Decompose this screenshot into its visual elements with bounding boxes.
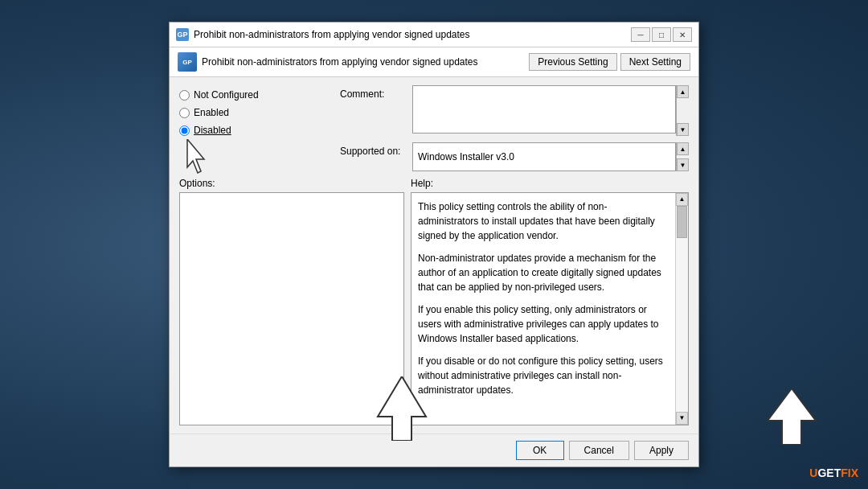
help-panel: Help: This policy setting controls the a… — [411, 178, 689, 425]
help-scroll-track — [676, 206, 688, 412]
sub-header-buttons: Previous Setting Next Setting — [529, 53, 690, 71]
help-paragraph-4: If you disable or do not configure this … — [418, 354, 665, 397]
disabled-radio[interactable] — [179, 125, 190, 136]
dialog-title: Prohibit non-administrators from applyin… — [194, 29, 470, 40]
help-box: This policy setting controls the ability… — [411, 192, 689, 425]
watermark-u: U — [809, 466, 817, 479]
main-content: Not Configured Enabled Disabled — [170, 77, 698, 434]
watermark-get: GET — [817, 466, 841, 479]
options-panel: Options: — [179, 178, 404, 425]
svg-marker-2 — [768, 388, 816, 445]
supported-row: Supported on: Windows Installer v3.0 ▲ ▼ — [340, 142, 689, 171]
radio-section: Not Configured Enabled Disabled — [179, 85, 340, 142]
sub-header-left: GP Prohibit non-administrators from appl… — [178, 52, 529, 72]
cancel-button[interactable]: Cancel — [569, 441, 629, 460]
sub-header: GP Prohibit non-administrators from appl… — [170, 47, 698, 77]
enabled-label[interactable]: Enabled — [194, 107, 229, 118]
help-paragraph-3: If you enable this policy setting, only … — [418, 302, 665, 346]
not-configured-radio[interactable] — [179, 90, 190, 101]
help-scroll-down[interactable]: ▼ — [676, 412, 688, 425]
enabled-radio[interactable] — [179, 108, 190, 118]
comment-scrollbar: ▲ ▼ — [676, 85, 689, 136]
options-box — [179, 192, 404, 425]
apply-button[interactable]: Apply — [634, 441, 689, 460]
sub-header-icon: GP — [178, 52, 197, 72]
disabled-label[interactable]: Disabled — [194, 125, 231, 136]
supported-scroll-up[interactable]: ▲ — [677, 142, 689, 155]
supported-scroll-down[interactable]: ▼ — [677, 158, 689, 171]
help-scroll-thumb[interactable] — [677, 206, 687, 238]
right-section: Comment: ▲ ▼ Supported on: Windows Insta… — [340, 85, 689, 171]
next-setting-button[interactable]: Next Setting — [620, 53, 690, 71]
dialog-footer: OK Cancel Apply — [170, 434, 698, 466]
help-paragraph-2: Non-administrator updates provide a mech… — [418, 251, 665, 294]
bottom-section: Options: Help: This policy setting contr… — [179, 178, 689, 425]
watermark-fix: FIX — [841, 466, 858, 479]
title-bar-left: GP Prohibit non-administrators from appl… — [176, 28, 470, 41]
dialog-icon: GP — [176, 28, 189, 41]
enabled-option[interactable]: Enabled — [179, 107, 340, 118]
help-label: Help: — [411, 178, 689, 189]
help-scrollbar: ▲ ▼ — [675, 193, 688, 425]
title-bar-controls: ─ □ ✕ — [631, 27, 692, 42]
disabled-option[interactable]: Disabled — [179, 125, 340, 136]
svg-marker-0 — [187, 139, 204, 173]
not-configured-option[interactable]: Not Configured — [179, 89, 340, 101]
ok-button[interactable]: OK — [516, 441, 564, 460]
supported-value: Windows Installer v3.0 — [418, 151, 514, 162]
supported-label: Supported on: — [340, 142, 412, 157]
comment-scroll-down[interactable]: ▼ — [677, 123, 689, 136]
comment-scroll-up[interactable]: ▲ — [677, 85, 689, 98]
options-label: Options: — [179, 178, 404, 189]
policy-dialog: GP Prohibit non-administrators from appl… — [169, 22, 699, 467]
supported-value-box: Windows Installer v3.0 — [412, 142, 676, 171]
cursor-arrow-icon — [183, 139, 215, 175]
help-paragraph-1: This policy setting controls the ability… — [418, 199, 665, 243]
title-bar: GP Prohibit non-administrators from appl… — [170, 23, 698, 47]
previous-setting-button[interactable]: Previous Setting — [529, 53, 616, 71]
close-button[interactable]: ✕ — [673, 27, 692, 42]
minimize-button[interactable]: ─ — [631, 27, 650, 42]
supported-scrollbar: ▲ ▼ — [676, 142, 689, 171]
not-configured-label[interactable]: Not Configured — [194, 89, 259, 101]
help-scroll-up[interactable]: ▲ — [676, 193, 688, 206]
restore-button[interactable]: □ — [652, 27, 671, 42]
comment-textarea[interactable] — [412, 85, 676, 134]
comment-row: Comment: ▲ ▼ — [340, 85, 689, 136]
comment-label: Comment: — [340, 85, 412, 100]
apply-arrow-annotation — [760, 388, 824, 445]
watermark: UGETFIX — [809, 466, 858, 479]
sub-header-title: Prohibit non-administrators from applyin… — [202, 56, 478, 68]
